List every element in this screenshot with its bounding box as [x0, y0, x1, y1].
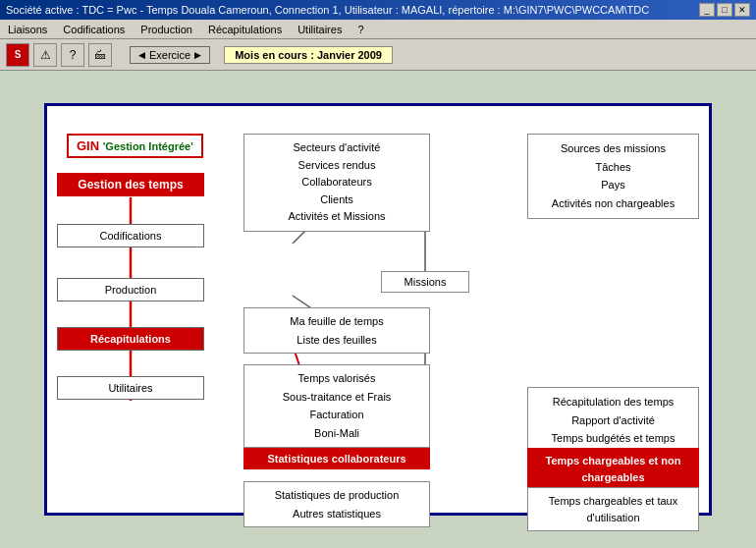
menu-recapitulations[interactable]: Récapitulations: [204, 23, 286, 36]
production-box[interactable]: Production: [57, 278, 204, 301]
title-text: Société active : TDC = Pwc - Temps Doual…: [6, 4, 649, 16]
maximize-btn[interactable]: □: [717, 3, 732, 17]
right-highlight-box[interactable]: Temps chargeables et non chargeables: [527, 448, 699, 490]
stats2-box[interactable]: Statistiques de productionAutres statist…: [243, 481, 430, 527]
menu-help[interactable]: ?: [353, 23, 367, 36]
menu-bar: Liaisons Codifications Production Récapi…: [0, 20, 756, 39]
toolbar: S ⚠ ? 🖮 ◀ Exercice ▶ Mois en cours : Jan…: [0, 39, 756, 71]
menu-codifications[interactable]: Codifications: [59, 23, 129, 36]
feuille-box[interactable]: Ma feuille de tempsListe des feuilles: [243, 307, 430, 354]
menu-utilitaires[interactable]: Utilitaires: [294, 23, 346, 36]
utilitaires-box[interactable]: Utilitaires: [57, 376, 204, 400]
exercice-button[interactable]: ◀ Exercice ▶: [130, 46, 210, 64]
menu-production[interactable]: Production: [136, 23, 196, 36]
codifications-box[interactable]: Codifications: [57, 224, 204, 247]
main-content: GIN 'Gestion Intégrée' Gestion des temps…: [0, 71, 756, 548]
title-bar: Société active : TDC = Pwc - Temps Doual…: [0, 0, 756, 20]
missions-box[interactable]: Missions: [381, 271, 469, 293]
minimize-btn[interactable]: _: [699, 3, 715, 17]
right-taux-box[interactable]: Temps chargeables et taux d'utilisation: [527, 487, 699, 531]
mois-label: Mois en cours : Janvier 2009: [224, 46, 393, 64]
gestion-box[interactable]: Gestion des temps: [57, 173, 204, 196]
right-top-box[interactable]: Sources des missionsTâchesPaysActivités …: [527, 134, 699, 219]
menu-liaisons[interactable]: Liaisons: [4, 23, 51, 36]
diagram-area: GIN 'Gestion Intégrée' Gestion des temps…: [44, 103, 712, 516]
recapitulations-box[interactable]: Récapitulations: [57, 327, 204, 351]
toolbar-btn-2[interactable]: ⚠: [33, 43, 57, 67]
toolbar-btn-1[interactable]: S: [6, 43, 29, 67]
close-btn[interactable]: ✕: [734, 3, 750, 17]
title-bar-buttons: _ □ ✕: [699, 3, 750, 17]
exercice-label: Exercice: [149, 49, 190, 61]
gin-text: GIN: [77, 138, 99, 153]
gin-subtitle: 'Gestion Intégrée': [103, 140, 193, 152]
temps-box[interactable]: Temps valorisésSous-traitance et FraisFa…: [243, 364, 430, 448]
center-top-box[interactable]: Secteurs d'activitéServices rendusCollab…: [243, 134, 430, 232]
toolbar-btn-3[interactable]: ?: [61, 43, 84, 67]
gin-logo: GIN 'Gestion Intégrée': [67, 134, 203, 158]
stats-box[interactable]: Statistiques collaborateurs: [243, 448, 430, 469]
toolbar-btn-4[interactable]: 🖮: [88, 43, 112, 67]
